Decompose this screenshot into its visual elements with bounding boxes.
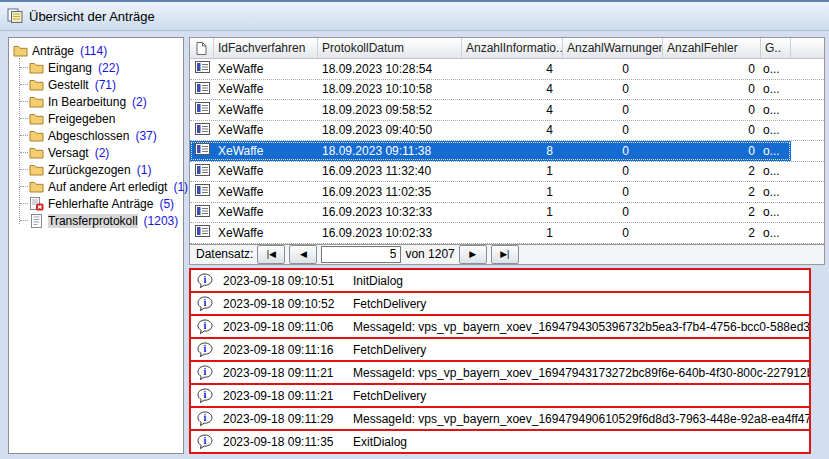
column-header-protokolldatum[interactable]: ProtokollDatum <box>318 38 462 58</box>
tree-item-count: (1) <box>173 180 188 194</box>
cell-datum: 16.09.2023 10:32:33 <box>318 203 462 223</box>
log-row[interactable]: i 2023-09-18 09:10:52 FetchDelivery <box>191 293 809 316</box>
log-row[interactable]: i 2023-09-18 09:11:21 MessageId: vps_vp_… <box>191 362 809 385</box>
error-document-icon <box>29 197 44 211</box>
cell-warn: 0 <box>563 203 663 223</box>
table-row[interactable]: XeWaffe 16.09.2023 11:32:40 1 0 2 o... <box>190 162 824 183</box>
log-timestamp: 2023-09-18 09:10:52 <box>223 297 345 311</box>
folder-icon <box>29 78 44 91</box>
column-header-idfachverfahren[interactable]: IdFachverfahren <box>214 38 318 58</box>
cell-fehler: 0 <box>663 141 761 161</box>
svg-text:i: i <box>204 366 207 377</box>
cell-warn: 0 <box>563 162 663 182</box>
info-icon: i <box>197 434 215 450</box>
table-row[interactable]: XeWaffe 18.09.2023 09:58:52 4 0 0 o... <box>190 100 824 121</box>
table-row[interactable]: XeWaffe 18.09.2023 10:10:58 4 0 0 o... <box>190 80 824 101</box>
document-icon <box>29 214 44 228</box>
log-timestamp: 2023-09-18 09:11:21 <box>223 366 345 380</box>
folder-tree: Anträge (114) Eingang (22) Gestellt (71)… <box>8 37 184 454</box>
record-icon <box>195 82 210 97</box>
table-row[interactable]: XeWaffe 16.09.2023 10:32:33 1 0 2 o... <box>190 203 824 224</box>
record-icon <box>195 225 210 240</box>
folder-icon <box>29 112 44 125</box>
cell-g: o... <box>761 223 791 243</box>
cell-datum: 18.09.2023 10:28:54 <box>318 59 462 79</box>
table-row[interactable]: XeWaffe 16.09.2023 10:02:33 1 0 2 o... <box>190 223 824 244</box>
svg-text:i: i <box>204 389 207 400</box>
tree-item-label: Abgeschlossen <box>48 129 129 143</box>
tree-item-freigegeben[interactable]: Freigegeben <box>9 110 183 127</box>
tree-item-auf-andere-art-erledigt[interactable]: Auf andere Art erledigt (1) <box>9 178 183 195</box>
tree-item-abgeschlossen[interactable]: Abgeschlossen (37) <box>9 127 183 144</box>
table-header-row: IdFachverfahren ProtokollDatum AnzahlInf… <box>190 38 824 59</box>
main-content: Anträge (114) Eingang (22) Gestellt (71)… <box>0 31 829 454</box>
application-window: Übersicht der Anträge Anträge (114) Eing… <box>0 0 829 459</box>
window-titlebar[interactable]: Übersicht der Anträge <box>0 2 829 31</box>
first-record-button[interactable]: |◀ <box>257 245 285 264</box>
log-row[interactable]: i 2023-09-18 09:11:06 MessageId: vps_vp_… <box>191 316 809 339</box>
column-header-anzahlinformationen[interactable]: AnzahlInformatio... <box>462 38 563 58</box>
svg-text:i: i <box>204 274 207 285</box>
window-title: Übersicht der Anträge <box>29 9 155 24</box>
tree-item-label: Anträge <box>32 44 74 58</box>
cell-warn: 0 <box>563 223 663 243</box>
tree-item-label: In Bearbeitung <box>48 95 126 109</box>
column-header-empty <box>791 38 824 58</box>
tree-item-eingang[interactable]: Eingang (22) <box>9 59 183 76</box>
cell-id: XeWaffe <box>214 203 318 223</box>
log-row[interactable]: i 2023-09-18 09:11:16 FetchDelivery <box>191 339 809 362</box>
tree-item-fehlerhafte-antraege[interactable]: Fehlerhafte Anträge (5) <box>9 195 183 212</box>
prev-record-button[interactable]: ◀ <box>289 245 317 264</box>
column-header-g[interactable]: G.. <box>761 38 791 58</box>
tree-item-antraege[interactable]: Anträge (114) <box>9 42 183 59</box>
table-row[interactable]: XeWaffe 16.09.2023 11:02:35 1 0 2 o... <box>190 182 824 203</box>
cell-id: XeWaffe <box>214 121 318 141</box>
cell-warn: 0 <box>563 121 663 141</box>
record-icon <box>195 143 210 158</box>
column-header-anzahlwarnungen[interactable]: AnzahlWarnungen <box>563 38 663 58</box>
cell-id: XeWaffe <box>214 141 318 161</box>
table-row[interactable]: XeWaffe 18.09.2023 09:40:50 4 0 0 o... <box>190 121 824 142</box>
cell-g: o... <box>761 182 791 202</box>
cell-info: 8 <box>462 141 563 161</box>
record-number-input[interactable] <box>321 246 401 263</box>
folder-icon <box>29 146 44 159</box>
log-row[interactable]: i 2023-09-18 09:11:21 FetchDelivery <box>191 385 809 408</box>
folder-icon <box>29 61 44 74</box>
log-row[interactable]: i 2023-09-18 09:11:29 MessageId: vps_vp_… <box>191 408 809 431</box>
log-message: MessageId: vps_vp_bayern_xoev_1694794305… <box>353 320 809 334</box>
column-header-anzahlfehler[interactable]: AnzahlFehler <box>663 38 761 58</box>
last-record-button[interactable]: ▶| <box>491 245 519 264</box>
cell-info: 4 <box>462 80 563 100</box>
next-record-button[interactable]: ▶ <box>459 245 487 264</box>
column-header-record[interactable] <box>190 38 214 58</box>
window-icon <box>7 8 23 24</box>
table-row-selected[interactable]: XeWaffe 18.09.2023 09:11:38 8 0 0 o... <box>190 141 824 162</box>
tree-item-label: Versagt <box>48 146 89 160</box>
table-row[interactable]: XeWaffe 18.09.2023 10:28:54 4 0 0 o... <box>190 59 824 80</box>
cell-datum: 18.09.2023 10:10:58 <box>318 80 462 100</box>
info-icon: i <box>197 388 215 404</box>
tree-item-count: (37) <box>135 129 156 143</box>
log-message: MessageId: vps_vp_bayern_xoev_1694794317… <box>353 366 809 380</box>
cell-fehler: 0 <box>663 59 761 79</box>
cell-info: 4 <box>462 100 563 120</box>
tree-item-gestellt[interactable]: Gestellt (71) <box>9 76 183 93</box>
log-row[interactable]: i 2023-09-18 09:11:35 ExitDialog <box>191 431 809 452</box>
tree-item-transferprotokoll[interactable]: Transferprotokoll (1203) <box>9 212 183 229</box>
folder-icon <box>29 95 44 108</box>
tree-item-label: Eingang <box>48 61 92 75</box>
tree-item-in-bearbeitung[interactable]: In Bearbeitung (2) <box>9 93 183 110</box>
cell-g: o... <box>761 141 791 161</box>
protocol-table: IdFachverfahren ProtokollDatum AnzahlInf… <box>189 37 825 245</box>
info-icon: i <box>197 296 215 312</box>
cell-id: XeWaffe <box>214 100 318 120</box>
log-row[interactable]: i 2023-09-18 09:10:51 InitDialog <box>191 270 809 293</box>
cell-fehler: 2 <box>663 162 761 182</box>
tree-item-zurueckgezogen[interactable]: Zurückgezogen (1) <box>9 161 183 178</box>
cell-info: 1 <box>462 223 563 243</box>
folder-icon <box>13 44 28 57</box>
tree-item-versagt[interactable]: Versagt (2) <box>9 144 183 161</box>
tree-item-count: (2) <box>95 146 110 160</box>
cell-datum: 16.09.2023 11:02:35 <box>318 182 462 202</box>
